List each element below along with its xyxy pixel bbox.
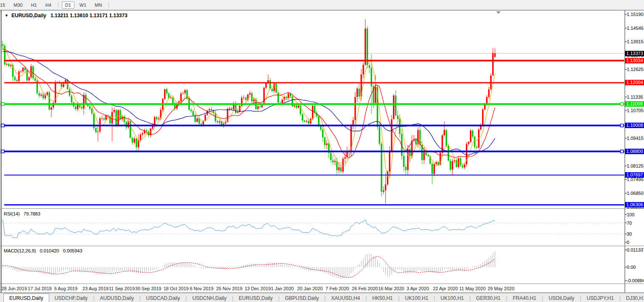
candle — [53, 102, 54, 110]
timeframe-button-h4[interactable]: H4 — [42, 1, 55, 9]
candle — [407, 145, 409, 175]
hline-price-label: 1.08800 — [625, 149, 644, 154]
price-tick-label: 1.12625 — [627, 67, 644, 72]
horizontal-line-object[interactable] — [1, 150, 624, 153]
candle — [468, 141, 469, 146]
candle — [470, 129, 472, 143]
candle — [304, 120, 305, 122]
chart-tab[interactable]: GER30,H1 — [471, 294, 506, 302]
candle — [482, 108, 484, 127]
line-handle[interactable] — [1, 150, 4, 153]
timeframe-button-15[interactable]: 15 — [0, 1, 8, 9]
chart-tab[interactable]: USOil,Daily — [543, 294, 580, 302]
chart-tab[interactable]: FRA40,H1 — [507, 294, 542, 302]
candle — [16, 79, 18, 83]
candle — [356, 87, 358, 102]
chart-tab[interactable]: GBPUSD,Daily — [279, 294, 324, 302]
chart-tab[interactable]: AUDUSD,Daily — [95, 294, 140, 302]
date-tick-label: 20 Jan 2020 — [297, 286, 323, 291]
chart-shift-marker-icon[interactable] — [496, 11, 501, 14]
candle — [387, 170, 389, 186]
hline-price-label: 1.13034 — [625, 58, 644, 63]
chart-tab[interactable]: XAUUSD,H4 — [326, 294, 366, 302]
chart-tab[interactable]: EURUSD,Daily — [3, 294, 49, 302]
candle — [142, 132, 143, 137]
candle — [97, 126, 99, 142]
line-handle[interactable] — [1, 124, 4, 127]
candle — [119, 108, 121, 120]
timeframe-button-h1[interactable]: H1 — [28, 1, 40, 9]
date-tick-label: 28 Jun 2019 — [2, 286, 27, 291]
macd-tick-label: 0.00 — [627, 265, 636, 270]
candle — [452, 159, 453, 176]
line-handle[interactable] — [620, 150, 623, 153]
candle — [419, 124, 421, 150]
candle — [28, 76, 30, 81]
candle — [271, 87, 273, 92]
candle — [117, 109, 119, 127]
candle — [296, 104, 297, 109]
timeframe-button-m30[interactable]: M30 — [10, 1, 26, 9]
chart-tab[interactable]: USDCHF,Daily — [49, 294, 93, 302]
candle — [494, 48, 496, 58]
hline-price-label: 1.12004 — [625, 80, 644, 85]
chart-tab[interactable]: USDCNH,Daily — [187, 294, 232, 302]
chart-canvas[interactable] — [0, 10, 644, 293]
candle — [132, 137, 133, 145]
candle — [150, 128, 151, 138]
candle — [466, 142, 467, 167]
candle — [14, 75, 16, 82]
candle — [257, 105, 259, 111]
candle — [450, 159, 451, 172]
line-handle[interactable] — [620, 102, 623, 105]
chart-tab[interactable]: UK100,H1 — [400, 294, 434, 302]
horizontal-line-object[interactable] — [1, 124, 624, 127]
candle — [345, 152, 346, 163]
hline-price-label: 1.11009 — [625, 101, 644, 107]
candles — [2, 19, 496, 204]
candle — [292, 94, 293, 107]
candle — [405, 164, 407, 175]
candle — [342, 157, 344, 173]
macd-histogram — [3, 251, 495, 278]
date-tick-label: 11 Sep 2019 — [109, 286, 135, 291]
candle — [474, 136, 476, 149]
price-tick-label: 1.09415 — [627, 136, 644, 141]
chart-tab[interactable]: USDJPY,H1 — [581, 294, 619, 302]
rsi-tick-label: 30 — [627, 231, 632, 236]
chart-tab[interactable]: UK100,H1 — [435, 294, 469, 302]
candle — [490, 73, 492, 90]
candle — [358, 84, 360, 100]
chart-window[interactable]: ▼ EURUSD,Daily 1.13211 1.13610 1.13171 1… — [0, 10, 644, 293]
price-tick-label: 1.13915 — [627, 39, 644, 44]
candle — [269, 78, 271, 89]
timeframe-button-mn[interactable]: MN — [91, 1, 105, 9]
line-handle[interactable] — [620, 124, 623, 127]
candle — [109, 115, 111, 124]
timeframe-button-d1[interactable]: D1 — [62, 1, 74, 9]
candle — [192, 109, 194, 116]
candle — [245, 97, 247, 102]
candle — [211, 107, 212, 113]
candle — [115, 109, 117, 127]
chart-tab[interactable]: USDCAD,Daily — [140, 294, 186, 302]
chart-tab[interactable]: HK50,H1 — [367, 294, 398, 302]
chart-title: ▼ EURUSD,Daily 1.13211 1.13610 1.13171 1… — [5, 13, 127, 18]
candle — [383, 186, 384, 194]
line-handle[interactable] — [1, 102, 4, 105]
chart-tab-bar: EURUSD,DailyUSDCHF,Daily|AUDUSD,Daily|US… — [0, 293, 644, 302]
candle — [363, 62, 364, 79]
chart-symbol-period: EURUSD,Daily — [11, 13, 46, 18]
candle — [302, 113, 303, 123]
chart-tab[interactable]: EURUSD,Daily — [233, 294, 278, 302]
candle — [385, 173, 387, 204]
candle — [18, 70, 20, 83]
date-tick-label: 23 Aug 2019 — [82, 286, 109, 291]
candle — [332, 155, 334, 165]
candle — [425, 152, 427, 156]
candle — [22, 67, 24, 73]
timeframe-button-w1[interactable]: W1 — [76, 1, 90, 9]
candle — [101, 116, 103, 121]
chart-tab[interactable]: DJ30,H1 — [620, 294, 644, 302]
candle — [4, 44, 6, 65]
